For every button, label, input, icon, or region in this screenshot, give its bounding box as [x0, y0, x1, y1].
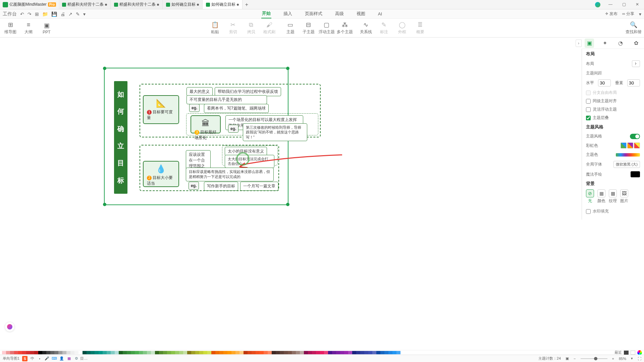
color-swatch[interactable] — [260, 351, 264, 354]
summary-button[interactable]: ≣概要 — [411, 21, 429, 35]
status-icon-punct[interactable]: • — [37, 356, 42, 361]
relation-button[interactable]: ∿关系线 — [357, 21, 375, 35]
color-swatch[interactable] — [223, 351, 227, 354]
find-replace-button[interactable]: 🔍查找和替 — [625, 21, 643, 35]
note-button[interactable]: ✎标注 — [375, 21, 393, 35]
zoom-dropdown-icon[interactable]: ▾ — [631, 356, 633, 361]
input-vertical-spacing[interactable] — [627, 79, 640, 86]
color-swatch[interactable] — [83, 351, 87, 354]
color-swatch[interactable] — [147, 351, 151, 354]
color-swatch[interactable] — [131, 351, 135, 354]
color-swatch[interactable] — [207, 351, 211, 354]
color-swatch[interactable] — [183, 351, 187, 354]
check-flex-float[interactable]: 灵活浮动主题 — [586, 107, 640, 112]
color-swatch[interactable] — [300, 351, 304, 354]
status-overflow[interactable]: 目… — [81, 356, 87, 361]
color-swatch[interactable] — [364, 351, 368, 354]
color-swatch[interactable] — [380, 351, 384, 354]
menu-page[interactable]: 页面样式 — [304, 9, 323, 18]
color-swatch[interactable] — [87, 351, 91, 354]
node-invalid[interactable]: 不可度量的目标几乎是无效的 — [186, 95, 267, 104]
color-swatch[interactable] — [332, 351, 336, 354]
tab-doc-0[interactable]: 稻盛和夫经营十二条 — [59, 0, 111, 9]
color-swatch[interactable] — [199, 351, 203, 354]
color-swatch[interactable] — [127, 351, 131, 354]
color-swatch[interactable] — [26, 351, 30, 354]
node-eg-1[interactable]: eg. — [189, 104, 200, 112]
rainbow-palette[interactable] — [621, 142, 640, 148]
bg-color-button[interactable]: ▦颜色 — [597, 189, 605, 204]
color-swatch[interactable] — [18, 351, 22, 354]
color-swatch[interactable] — [99, 351, 103, 354]
color-swatch[interactable] — [123, 351, 127, 354]
color-swatch[interactable] — [171, 351, 175, 354]
color-swatch[interactable] — [252, 351, 256, 354]
node-month[interactable]: 一个月写一篇文章 — [240, 182, 278, 191]
rpanel-tab-tag[interactable]: ◔ — [616, 39, 625, 48]
color-swatch[interactable] — [211, 351, 215, 354]
color-swatch[interactable] — [42, 351, 46, 354]
check-free-branch[interactable]: 分支自由布局 — [586, 90, 640, 96]
root-topic[interactable]: 如何确立目标 — [114, 81, 127, 194]
color-swatch[interactable] — [167, 351, 171, 354]
zoom-slider[interactable] — [581, 358, 607, 359]
recent-color-1[interactable] — [624, 351, 629, 355]
cloud-sync-icon[interactable] — [595, 2, 600, 7]
color-swatch[interactable] — [328, 351, 332, 354]
bg-none-button[interactable]: ⊘无 — [586, 189, 594, 204]
zoom-in-button[interactable]: + — [612, 357, 614, 361]
themecolor-selector[interactable] — [616, 153, 640, 157]
multi-topic-button[interactable]: ⁂多个主题 — [336, 21, 354, 35]
color-swatch[interactable] — [231, 351, 235, 354]
color-swatch[interactable] — [14, 351, 18, 354]
color-swatch[interactable] — [46, 351, 50, 354]
color-swatch[interactable] — [348, 351, 352, 354]
status-maptype[interactable]: 单向导图1 — [3, 356, 19, 361]
color-swatch[interactable] — [268, 351, 272, 354]
ime-lang[interactable]: 中 — [30, 356, 35, 361]
node-eg2-text[interactable]: 第三次修改的时候给到导师，导师跟我说“写的不错，就按这个思路写！” — [243, 123, 307, 141]
color-swatch[interactable] — [239, 351, 244, 354]
check-watermark[interactable]: 水印填充 — [586, 208, 640, 214]
input-horizontal-spacing[interactable] — [598, 79, 611, 86]
color-swatch[interactable] — [284, 351, 288, 354]
status-icon-person[interactable]: 👤 — [59, 356, 64, 361]
status-icon-mic[interactable]: 🎤 — [44, 356, 50, 361]
color-swatch[interactable] — [360, 351, 364, 354]
resize-handle-tl[interactable] — [103, 67, 106, 70]
color-swatch[interactable] — [155, 351, 159, 354]
node-feedback[interactable]: 帮助我们在学习的过程中收获反馈 — [215, 87, 281, 96]
color-swatch[interactable] — [175, 351, 179, 354]
color-swatch[interactable] — [50, 351, 54, 354]
view-mode-icon[interactable]: ▣ — [566, 356, 569, 361]
mindmap-view-button[interactable]: ⊞维导图 — [1, 21, 19, 35]
node-eg1-text[interactable]: 看两本书，写7篇随笔、踢两场球 — [204, 104, 269, 113]
menu-insert[interactable]: 插入 — [283, 9, 293, 18]
node-eg-3[interactable]: eg. — [189, 182, 199, 190]
color-swatch[interactable] — [151, 351, 155, 354]
color-swatch[interactable] — [384, 351, 388, 354]
toggle-style[interactable] — [630, 134, 640, 139]
color-swatch[interactable] — [70, 351, 74, 354]
color-swatch[interactable] — [143, 351, 147, 354]
color-swatch[interactable] — [356, 351, 360, 354]
subject-measurable[interactable]: 📐 1目标要可度量 — [143, 95, 179, 124]
color-swatch[interactable] — [256, 351, 260, 354]
color-swatch[interactable] — [22, 351, 26, 354]
check-sibling-align[interactable]: 同级主题对齐 — [586, 98, 640, 104]
tab-doc-1[interactable]: 稻盛和夫经营十二条 — [111, 0, 163, 9]
color-swatch[interactable] — [111, 351, 115, 354]
resize-handle-bl[interactable] — [103, 203, 106, 206]
color-swatch[interactable] — [215, 351, 219, 354]
node-eg-2[interactable]: eg. — [228, 125, 238, 133]
outline-view-button[interactable]: ≡大纲 — [19, 21, 38, 35]
color-swatch[interactable] — [336, 351, 340, 354]
color-swatch[interactable] — [95, 351, 99, 354]
color-swatch[interactable] — [54, 351, 58, 354]
menu-view[interactable]: 视图 — [356, 9, 366, 18]
color-swatch[interactable] — [159, 351, 163, 354]
color-swatch[interactable] — [66, 351, 70, 354]
color-swatch[interactable] — [288, 351, 292, 354]
color-swatch[interactable] — [163, 351, 167, 354]
status-icon-gear[interactable]: ⚙ — [74, 356, 79, 361]
